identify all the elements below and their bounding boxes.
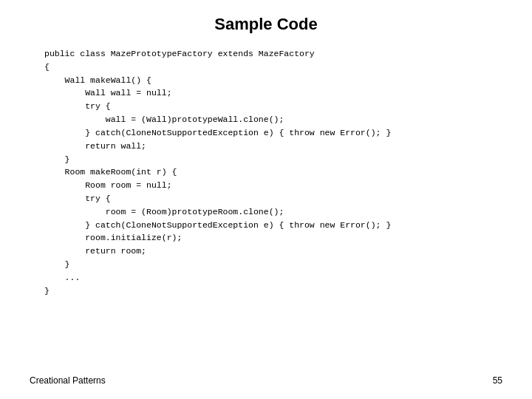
code-block: public class MazePrototypeFactory extend… (44, 47, 502, 297)
footer-right: 55 (493, 375, 502, 386)
footer: Creational Patterns 55 (30, 375, 502, 386)
footer-left: Creational Patterns (30, 375, 106, 386)
slide-title: Sample Code (30, 15, 502, 34)
slide-container: Sample Code public class MazePrototypeFa… (0, 0, 532, 399)
